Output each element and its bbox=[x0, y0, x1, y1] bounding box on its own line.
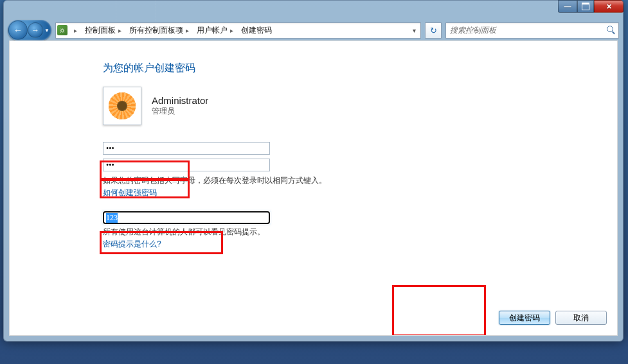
avatar bbox=[103, 87, 141, 125]
breadcrumb-item-1[interactable]: 所有控制面板项 ▸ bbox=[128, 25, 193, 36]
new-password-field[interactable] bbox=[103, 142, 270, 155]
password-form: 如果您的密码包括大写字母，必须在每次登录时以相同方式键入。 如何创建强密码 所有… bbox=[103, 142, 579, 250]
breadcrumb-item-3[interactable]: 创建密码 bbox=[240, 25, 273, 36]
dialog-button-row: 创建密码 取消 bbox=[499, 311, 607, 325]
chevron-right-icon: ▸ bbox=[230, 27, 233, 34]
user-role: 管理员 bbox=[152, 106, 208, 117]
caption-buttons: — ✕ bbox=[558, 0, 624, 13]
breadcrumb-label: 创建密码 bbox=[241, 25, 272, 36]
close-button[interactable]: ✕ bbox=[594, 0, 624, 13]
nav-buttons-cluster: ← → ▼ bbox=[8, 20, 51, 40]
page-title: 为您的帐户创建密码 bbox=[103, 62, 579, 75]
nav-history-dropdown[interactable]: ▼ bbox=[43, 24, 51, 37]
control-panel-icon: ⛭ bbox=[57, 25, 67, 35]
confirm-password-field[interactable] bbox=[103, 159, 270, 171]
client-area: 为您的帐户创建密码 Administrator 管理员 如果您的密码包括大写字母… bbox=[9, 40, 618, 336]
chevron-right-icon: ▸ bbox=[74, 27, 77, 34]
create-password-button[interactable]: 创建密码 bbox=[499, 311, 550, 325]
explorer-window: — ✕ ← → ▼ ⛭ ▸ 控制面板 ▸ bbox=[3, 0, 624, 342]
breadcrumb-label: 控制面板 bbox=[85, 25, 116, 36]
user-summary: Administrator 管理员 bbox=[103, 87, 579, 125]
cancel-button[interactable]: 取消 bbox=[555, 311, 607, 325]
breadcrumb-item-0[interactable]: 控制面板 ▸ bbox=[84, 25, 125, 36]
strong-password-link[interactable]: 如何创建强密码 bbox=[103, 188, 157, 197]
minimize-icon: — bbox=[564, 3, 571, 10]
hint-help-link[interactable]: 密码提示是什么? bbox=[103, 239, 161, 248]
caps-note: 如果您的密码包括大写字母，必须在每次登录时以相同方式键入。 bbox=[103, 175, 579, 186]
search-box[interactable] bbox=[445, 22, 619, 39]
hint-visibility-note: 所有使用这台计算机的人都可以看见密码提示。 bbox=[103, 227, 579, 238]
address-dropdown[interactable]: ▾ bbox=[409, 27, 419, 34]
close-icon: ✕ bbox=[606, 3, 612, 11]
user-name: Administrator bbox=[152, 95, 208, 106]
refresh-icon: ↻ bbox=[430, 26, 437, 35]
minimize-button[interactable]: — bbox=[558, 0, 577, 13]
chevron-right-icon: ▸ bbox=[118, 27, 121, 34]
back-button[interactable]: ← bbox=[8, 21, 28, 40]
window-titlebar[interactable]: — ✕ bbox=[4, 1, 623, 20]
navigation-row: ← → ▼ ⛭ ▸ 控制面板 ▸ 所有控制面板项 ▸ 用户帐户 ▸ 创建密 bbox=[4, 20, 623, 40]
search-icon[interactable] bbox=[607, 26, 616, 35]
refresh-button[interactable]: ↻ bbox=[425, 22, 442, 39]
maximize-icon bbox=[582, 3, 589, 10]
chevron-right-icon: ▸ bbox=[186, 27, 189, 34]
arrow-right-icon: → bbox=[31, 26, 39, 34]
maximize-button[interactable] bbox=[577, 0, 594, 13]
content-pane: 为您的帐户创建密码 Administrator 管理员 如果您的密码包括大写字母… bbox=[103, 62, 579, 322]
breadcrumb-label: 所有控制面板项 bbox=[129, 25, 183, 36]
password-hint-field[interactable] bbox=[103, 211, 270, 224]
arrow-left-icon: ← bbox=[13, 26, 22, 35]
user-text: Administrator 管理员 bbox=[152, 95, 208, 117]
avatar-flower-center bbox=[117, 101, 127, 111]
breadcrumb-sep-root[interactable]: ▸ bbox=[70, 27, 81, 34]
forward-button[interactable]: → bbox=[28, 22, 43, 38]
search-input[interactable] bbox=[449, 25, 607, 36]
breadcrumb-label: 用户帐户 bbox=[197, 25, 228, 36]
address-bar[interactable]: ⛭ ▸ 控制面板 ▸ 所有控制面板项 ▸ 用户帐户 ▸ 创建密码 ▾ bbox=[55, 22, 421, 39]
breadcrumb-item-2[interactable]: 用户帐户 ▸ bbox=[195, 25, 237, 36]
